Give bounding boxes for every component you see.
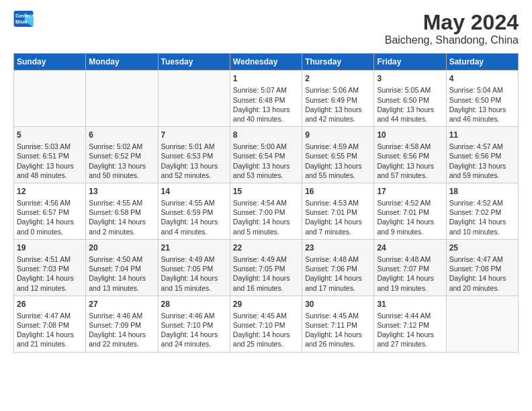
day-number: 29 [233, 299, 299, 310]
cell-info-line: Daylight: 13 hours [449, 105, 506, 113]
cell-info-line: Sunrise: 4:44 AM [377, 312, 431, 320]
cell-info-line: Sunrise: 4:52 AM [449, 199, 503, 207]
cell-info-line: and 9 minutes. [377, 228, 423, 236]
cell-info-line: Daylight: 14 hours [161, 274, 218, 282]
day-number: 23 [305, 242, 371, 253]
calendar-cell [86, 71, 158, 127]
day-number: 28 [161, 299, 227, 310]
cell-info-line: Sunrise: 4:52 AM [377, 199, 431, 207]
cell-info-line: Sunrise: 4:45 AM [305, 312, 359, 320]
day-header-friday: Friday [374, 54, 446, 71]
day-number: 5 [17, 130, 83, 140]
cell-info-line: Sunrise: 4:50 AM [89, 255, 142, 263]
calendar-cell: 8Sunrise: 5:00 AMSunset: 6:54 PMDaylight… [230, 127, 302, 183]
cell-info-line: and 48 minutes. [17, 171, 67, 179]
day-number: 3 [377, 73, 443, 84]
cell-info-line: and 20 minutes. [449, 284, 500, 292]
cell-info-line: Sunset: 7:02 PM [449, 208, 502, 216]
calendar-cell: 31Sunrise: 4:44 AMSunset: 7:12 PMDayligh… [374, 295, 446, 352]
week-row-2: 5Sunrise: 5:03 AMSunset: 6:51 PMDaylight… [14, 127, 519, 183]
week-row-3: 12Sunrise: 4:56 AMSunset: 6:57 PMDayligh… [14, 183, 519, 239]
cell-info-line: and 2 minutes. [89, 228, 135, 236]
cell-info-line: Sunrise: 5:06 AM [305, 86, 359, 94]
cell-info-line: Sunrise: 4:49 AM [161, 255, 215, 263]
cell-info-line: Sunset: 6:57 PM [17, 208, 69, 216]
cell-info-line: Sunset: 6:50 PM [377, 96, 429, 104]
day-number: 16 [305, 186, 371, 197]
cell-info-line: Sunset: 7:01 PM [305, 208, 357, 216]
day-number: 17 [377, 186, 443, 197]
cell-info-line: Sunset: 6:49 PM [305, 96, 357, 104]
week-row-4: 19Sunrise: 4:51 AMSunset: 7:03 PMDayligh… [14, 239, 519, 295]
cell-info-line: Sunset: 7:10 PM [161, 321, 214, 329]
cell-info-line: Sunrise: 4:57 AM [449, 142, 503, 150]
cell-info-line: Daylight: 13 hours [377, 105, 434, 113]
cell-info-line: and 52 minutes. [161, 171, 212, 179]
calendar-cell: 24Sunrise: 4:48 AMSunset: 7:07 PMDayligh… [374, 239, 446, 295]
cell-info-line: and 21 minutes. [17, 340, 67, 348]
cell-info-line: and 4 minutes. [161, 228, 208, 236]
day-number: 18 [449, 186, 515, 197]
cell-info-line: and 42 minutes. [305, 115, 355, 123]
cell-info-line: Sunrise: 5:07 AM [233, 86, 287, 94]
cell-info-line: Sunset: 6:55 PM [305, 152, 357, 160]
cell-info-line: Sunset: 7:10 PM [233, 321, 285, 329]
cell-info-line: Sunset: 7:12 PM [377, 321, 429, 329]
calendar-cell: 9Sunrise: 4:59 AMSunset: 6:55 PMDaylight… [302, 127, 374, 183]
day-header-tuesday: Tuesday [158, 54, 230, 71]
cell-info-line: Sunset: 6:51 PM [17, 152, 69, 160]
cell-info-line: Daylight: 13 hours [305, 162, 362, 170]
cell-info-line: and 12 minutes. [17, 284, 67, 292]
day-number: 13 [89, 186, 154, 197]
cell-info-line: Sunset: 6:56 PM [377, 152, 429, 160]
cell-info-line: Daylight: 13 hours [17, 162, 74, 170]
calendar-cell: 22Sunrise: 4:49 AMSunset: 7:05 PMDayligh… [230, 239, 302, 295]
cell-info-line: Sunset: 7:01 PM [377, 208, 429, 216]
logo-icon: General Blue [13, 11, 34, 27]
calendar-cell [446, 295, 518, 352]
calendar-cell [158, 71, 230, 127]
cell-info-line: and 17 minutes. [305, 284, 355, 292]
day-number: 6 [89, 130, 154, 140]
day-number: 11 [449, 130, 515, 140]
cell-info-line: Sunset: 7:08 PM [449, 265, 502, 273]
day-header-saturday: Saturday [446, 54, 518, 71]
calendar-cell: 17Sunrise: 4:52 AMSunset: 7:01 PMDayligh… [374, 183, 446, 239]
cell-info-line: Daylight: 14 hours [161, 330, 218, 338]
cell-info-line: Daylight: 14 hours [233, 274, 290, 282]
calendar-cell: 18Sunrise: 4:52 AMSunset: 7:02 PMDayligh… [446, 183, 518, 239]
calendar-cell: 6Sunrise: 5:02 AMSunset: 6:52 PMDaylight… [86, 127, 158, 183]
calendar-cell: 27Sunrise: 4:46 AMSunset: 7:09 PMDayligh… [86, 295, 158, 352]
cell-info-line: Daylight: 14 hours [305, 274, 362, 282]
calendar-cell: 7Sunrise: 5:01 AMSunset: 6:53 PMDaylight… [158, 127, 230, 183]
cell-info-line: and 24 minutes. [161, 340, 212, 348]
cell-info-line: Daylight: 13 hours [305, 105, 362, 113]
cell-info-line: and 15 minutes. [161, 284, 212, 292]
day-number: 19 [17, 242, 83, 253]
cell-info-line: Sunrise: 4:58 AM [377, 142, 431, 150]
cell-info-line: and 53 minutes. [233, 171, 283, 179]
day-number: 24 [377, 242, 443, 253]
day-number: 14 [161, 186, 227, 197]
cell-info-line: Sunrise: 4:56 AM [17, 199, 71, 207]
cell-info-line: Sunrise: 5:05 AM [377, 86, 431, 94]
cell-info-line: Sunset: 6:59 PM [161, 208, 214, 216]
cell-info-line: Sunset: 6:50 PM [449, 96, 502, 104]
cell-info-line: Sunrise: 5:03 AM [17, 142, 71, 150]
cell-info-line: Sunrise: 4:48 AM [305, 255, 359, 263]
cell-info-line: Sunrise: 4:51 AM [17, 255, 71, 263]
cell-info-line: and 59 minutes. [449, 171, 500, 179]
page: General Blue May 2024 Baicheng, Shandong… [0, 0, 532, 411]
day-header-monday: Monday [86, 54, 158, 71]
cell-info-line: Sunset: 7:05 PM [161, 265, 214, 273]
calendar-cell: 13Sunrise: 4:55 AMSunset: 6:58 PMDayligh… [86, 183, 158, 239]
calendar-cell: 29Sunrise: 4:45 AMSunset: 7:10 PMDayligh… [230, 295, 302, 352]
cell-info-line: Sunset: 6:48 PM [233, 96, 285, 104]
cell-info-line: Sunrise: 4:48 AM [377, 255, 431, 263]
day-header-sunday: Sunday [14, 54, 86, 71]
cell-info-line: Sunrise: 4:54 AM [233, 199, 287, 207]
day-number: 8 [233, 130, 299, 140]
cell-info-line: and 40 minutes. [233, 115, 283, 123]
cell-info-line: Sunset: 7:00 PM [233, 208, 285, 216]
cell-info-line: and 25 minutes. [233, 340, 283, 348]
